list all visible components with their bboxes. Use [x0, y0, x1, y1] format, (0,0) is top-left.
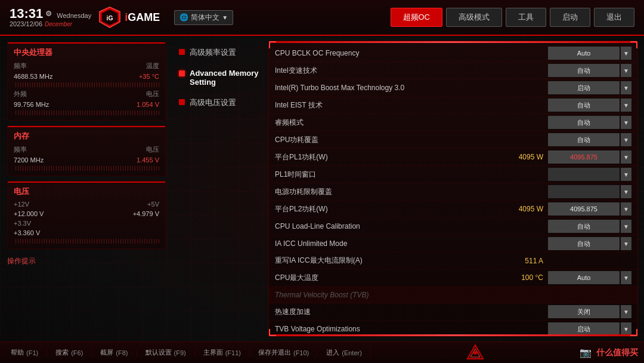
control-value: 4095.875	[552, 153, 616, 161]
corner-bl-decoration	[269, 329, 276, 336]
corner-br-decoration	[630, 329, 637, 336]
wave-decoration-4	[14, 239, 159, 244]
nav-exit-button[interactable]: 退出	[594, 8, 634, 27]
statusbar-item[interactable]: 默认设置(F9)	[137, 348, 195, 357]
setting-row[interactable]: CPU最大温度100 °CAuto▼	[269, 269, 637, 287]
statusbar-item[interactable]: 主界面(F11)	[195, 348, 250, 357]
menu-item-memory[interactable]: Advanced Memory Setting	[179, 66, 262, 89]
control-dropdown-arrow[interactable]: ▼	[621, 168, 631, 181]
control-bar[interactable]: 自动	[548, 64, 620, 77]
setting-control[interactable]: 关闭▼	[548, 305, 631, 318]
triangle-logo-icon	[466, 344, 484, 362]
setting-name: Intel(R) Turbo Boost Max Technology 3.0	[275, 84, 501, 92]
nav-boot-button[interactable]: 启动	[550, 8, 590, 27]
mem-freq-row: 频率 电压	[14, 145, 159, 154]
menu-item-voltage[interactable]: 高级电压设置	[179, 95, 262, 110]
setting-control[interactable]: 启动▼	[548, 81, 631, 94]
control-bar[interactable]: 自动	[548, 99, 620, 112]
setting-row[interactable]: CPU功耗覆盖自动▼	[269, 131, 637, 149]
control-bar[interactable]: 4095.875	[548, 150, 620, 164]
setting-name: IA ICC Unlimited Mode	[275, 239, 501, 248]
statusbar-item[interactable]: 搜索(F6)	[47, 348, 92, 357]
setting-control[interactable]: 4095.875▼	[548, 202, 631, 216]
control-bar-empty[interactable]	[548, 168, 620, 181]
control-dropdown-arrow[interactable]: ▼	[621, 237, 631, 250]
control-bar[interactable]: 自动	[548, 116, 620, 129]
setting-control[interactable]: 自动▼	[548, 237, 631, 250]
control-dropdown-arrow[interactable]: ▼	[621, 81, 631, 94]
control-dropdown-arrow[interactable]: ▼	[621, 305, 631, 318]
statusbar-item[interactable]: 帮助(F1)	[6, 348, 47, 357]
setting-control[interactable]: Auto▼	[548, 271, 631, 284]
statusbar-shortcut: (Enter)	[342, 349, 362, 356]
setting-row[interactable]: IA ICC Unlimited Mode自动▼	[269, 235, 637, 253]
time-display: 13:31	[10, 7, 43, 20]
statusbar-shortcut: (F9)	[174, 349, 186, 356]
setting-control[interactable]: 自动▼	[548, 116, 631, 129]
menu-item-freq[interactable]: 高级频率设置	[179, 45, 262, 60]
setting-row[interactable]: Intel(R) Turbo Boost Max Technology 3.0启…	[269, 79, 637, 97]
statusbar-item[interactable]: 截屏(F8)	[92, 348, 137, 357]
setting-control[interactable]: 4095.875▼	[548, 150, 631, 164]
setting-row[interactable]: Thermal Velocity Boost (TVB)	[269, 287, 637, 303]
setting-row[interactable]: 重写IA ICC最大电流限制(A)511 A	[269, 253, 637, 269]
setting-row[interactable]: CPU BCLK OC FrequencyAuto▼	[269, 45, 637, 62]
control-dropdown-arrow[interactable]: ▼	[621, 202, 631, 216]
control-bar-empty[interactable]	[548, 185, 620, 198]
setting-row[interactable]: PL1时间窗口▼	[269, 166, 637, 183]
setting-row[interactable]: Intel EIST 技术自动▼	[269, 97, 637, 114]
logo-shield-icon: iG	[98, 6, 121, 29]
menu-label-voltage: 高级电压设置	[190, 97, 236, 108]
control-dropdown-arrow[interactable]: ▼	[621, 150, 631, 164]
setting-control[interactable]: 自动▼	[548, 99, 631, 112]
statusbar-item[interactable]: 进入(Enter)	[318, 348, 371, 357]
setting-control[interactable]: 自动▼	[548, 220, 631, 233]
status-center	[371, 344, 580, 362]
cpu-temp-value: +35 °C	[139, 73, 159, 80]
control-bar[interactable]: 自动	[548, 220, 620, 233]
control-dropdown-arrow[interactable]: ▼	[621, 220, 631, 233]
statusbar-item[interactable]: 保存并退出(F10)	[250, 348, 318, 357]
control-dropdown-arrow[interactable]: ▼	[621, 99, 631, 112]
volt-12-val-row: +12.000 V +4.979 V	[14, 210, 159, 217]
volt-card-title: 电压	[14, 186, 159, 197]
control-bar[interactable]: 启动	[548, 322, 620, 336]
lang-selector[interactable]: 🌐 简体中文 ▼	[174, 10, 233, 25]
nav-advanced-button[interactable]: 高级模式	[446, 8, 502, 27]
control-bar[interactable]: 关闭	[548, 305, 620, 318]
control-bar[interactable]: Auto	[548, 271, 620, 284]
control-bar[interactable]: Auto	[548, 47, 620, 60]
nav-oc-button[interactable]: 超频OC	[391, 8, 443, 27]
control-bar[interactable]: 启动	[548, 81, 620, 94]
control-bar[interactable]: 自动	[548, 237, 620, 250]
setting-row[interactable]: 电源功耗限制覆盖▼	[269, 183, 637, 201]
setting-control[interactable]: 启动▼	[548, 322, 631, 336]
statusbar-shortcut: (F6)	[71, 349, 83, 356]
setting-row[interactable]: 睿频模式自动▼	[269, 114, 637, 131]
setting-row[interactable]: Intel变速技术自动▼	[269, 62, 637, 79]
setting-row[interactable]: 热速度加速关闭▼	[269, 303, 637, 321]
setting-row[interactable]: TVB Voltage Optimizations启动▼	[269, 321, 637, 336]
setting-row[interactable]: 平台PL1功耗(W)4095 W4095.875▼	[269, 149, 637, 166]
setting-control[interactable]: Auto▼	[548, 47, 631, 60]
control-value: 自动	[552, 136, 616, 144]
control-dropdown-arrow[interactable]: ▼	[621, 116, 631, 129]
control-bar[interactable]: 自动	[548, 133, 620, 146]
control-dropdown-arrow[interactable]: ▼	[621, 47, 631, 60]
corner-tr-decoration	[630, 41, 637, 48]
watermark-icon: 📷	[580, 347, 592, 358]
nav-tools-button[interactable]: 工具	[506, 8, 546, 27]
control-dropdown-arrow[interactable]: ▼	[621, 133, 631, 146]
setting-row[interactable]: CPU Load-Line Calibration自动▼	[269, 218, 637, 235]
control-bar[interactable]: 4095.875	[548, 202, 620, 216]
watermark-text: 什么值得买	[596, 347, 638, 358]
setting-control[interactable]: 自动▼	[548, 133, 631, 146]
control-dropdown-arrow[interactable]: ▼	[621, 185, 631, 198]
settings-table[interactable]: CPU BCLK OC FrequencyAuto▼Intel变速技术自动▼In…	[269, 41, 637, 336]
volt-12-row: +12V +5V	[14, 201, 159, 208]
setting-control[interactable]: 自动▼	[548, 64, 631, 77]
setting-row[interactable]: 平台PL2功耗(W)4095 W4095.875▼	[269, 201, 637, 218]
control-dropdown-arrow[interactable]: ▼	[621, 271, 631, 284]
control-dropdown-arrow[interactable]: ▼	[621, 64, 631, 77]
mem-val-row: 7200 MHz 1.455 V	[14, 156, 159, 164]
